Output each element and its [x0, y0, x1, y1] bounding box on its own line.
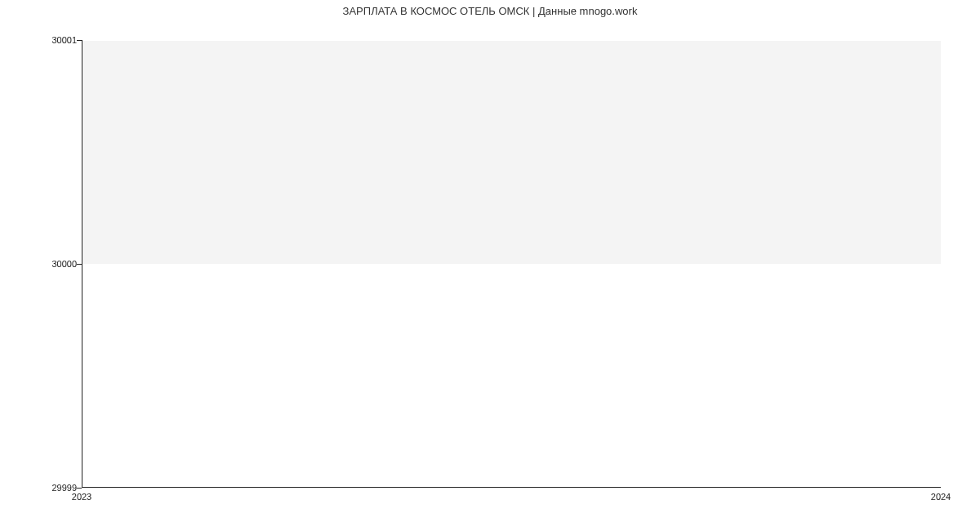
ytick-mark	[77, 488, 82, 489]
gridline-top	[82, 40, 941, 41]
plot-lower-mask	[82, 264, 941, 488]
ytick-mark	[77, 40, 82, 41]
chart-title: ЗАРПЛАТА В КОСМОС ОТЕЛЬ ОМСК | Данные mn…	[0, 5, 980, 17]
xtick-label: 2024	[931, 492, 951, 502]
ytick-mark	[77, 264, 82, 265]
plot-area	[82, 40, 941, 488]
ytick-label: 30001	[51, 35, 77, 45]
xtick-label: 2023	[72, 492, 91, 502]
ytick-label: 30000	[51, 259, 77, 269]
